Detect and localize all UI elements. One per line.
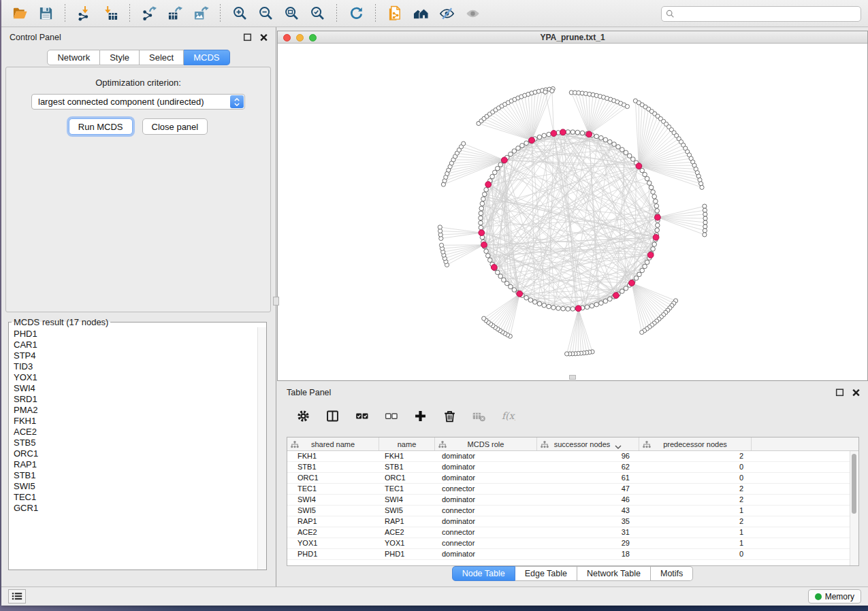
select-all-checks-button[interactable] — [353, 408, 370, 424]
zoom-fit-button[interactable] — [280, 3, 302, 24]
column-type-icon — [438, 440, 447, 448]
cell-successor_nodes: 62 — [537, 462, 639, 472]
toggle-columns-button[interactable] — [324, 408, 340, 424]
search-input[interactable] — [675, 7, 861, 21]
cell-successor_nodes: 31 — [537, 527, 639, 538]
tab-select[interactable]: Select — [140, 50, 184, 65]
mcds-result-node[interactable]: TEC1 — [14, 492, 266, 503]
open-folder-button[interactable] — [9, 3, 31, 24]
column-header-MCDS-role[interactable]: MCDS role — [435, 437, 537, 450]
table-row[interactable]: TEC1TEC1connector472 — [287, 484, 858, 495]
table-body: FKH1FKH1dominator962STB1STB1dominator620… — [287, 451, 858, 560]
memory-button[interactable]: Memory — [808, 589, 861, 604]
refresh-button[interactable] — [345, 3, 367, 24]
panel-splitter-grip[interactable] — [273, 297, 279, 306]
mcds-result-node[interactable]: PMA2 — [14, 405, 266, 416]
neighborhood-houses-button[interactable] — [410, 3, 432, 24]
save-button[interactable] — [35, 3, 57, 24]
tab-motifs[interactable]: Motifs — [651, 566, 693, 581]
table-toolbar: f(x) — [284, 401, 516, 430]
table-row[interactable]: RAP1RAP1dominator352 — [287, 516, 858, 527]
network-canvas[interactable] — [278, 44, 867, 380]
mcds-result-node[interactable]: ORC1 — [14, 448, 266, 459]
mcds-result-node[interactable]: CAR1 — [14, 340, 266, 350]
add-entry-button[interactable] — [412, 408, 428, 424]
float-panel-icon[interactable] — [242, 32, 253, 42]
mcds-result-node[interactable]: SWI4 — [14, 383, 266, 394]
close-panel-button[interactable]: Close panel — [142, 118, 208, 135]
mcds-result-node[interactable]: GCR1 — [14, 503, 266, 514]
result-list-scrollbar[interactable] — [257, 327, 266, 569]
memory-button-label: Memory — [825, 592, 854, 601]
zoom-in-icon — [232, 5, 248, 21]
cell-predecessor_nodes: 0 — [639, 549, 752, 559]
mcds-result-node[interactable]: PHD1 — [14, 329, 266, 340]
main-toolbar — [1, 0, 868, 27]
network-table-splitter-grip[interactable] — [569, 375, 576, 380]
toolbar-separator — [129, 4, 130, 23]
network-from-document-button[interactable] — [384, 3, 406, 24]
export-network-button[interactable] — [138, 3, 160, 24]
tab-node-table[interactable]: Node Table — [452, 566, 515, 581]
control-panel: Control Panel NetworkStyleSelectMCDS Opt… — [1, 27, 276, 587]
run-mcds-button[interactable]: Run MCDS — [69, 118, 133, 135]
optimization-criterion-select[interactable]: largest connected component (undirected) — [31, 94, 245, 110]
tab-mcds[interactable]: MCDS — [184, 50, 229, 65]
tab-edge-table[interactable]: Edge Table — [515, 566, 577, 581]
close-panel-icon[interactable] — [259, 32, 269, 42]
settings-gear-button[interactable] — [295, 408, 311, 424]
zoom-in-button[interactable] — [229, 3, 251, 24]
mcds-result-node[interactable]: RAP1 — [14, 459, 266, 470]
cell-successor_nodes: 61 — [537, 473, 639, 483]
tab-network-table[interactable]: Network Table — [577, 566, 651, 581]
task-history-button[interactable] — [8, 589, 26, 604]
mcds-result-node[interactable]: SRD1 — [14, 394, 266, 405]
table-row[interactable]: ACE2ACE2connector311 — [287, 527, 858, 538]
zoom-out-button[interactable] — [255, 3, 276, 24]
cell-name: SWI5 — [379, 506, 435, 516]
table-row[interactable]: ORC1ORC1dominator610 — [287, 473, 858, 484]
import-table-button[interactable] — [99, 3, 121, 24]
float-table-panel-icon[interactable] — [835, 387, 845, 397]
delete-entry-button[interactable] — [441, 408, 457, 424]
export-table-button[interactable] — [164, 3, 186, 24]
table-scrollbar[interactable] — [850, 451, 858, 565]
mcds-result-node[interactable]: STB5 — [14, 437, 266, 448]
cell-mcds_role: dominator — [435, 473, 537, 483]
table-scrollbar-thumb[interactable] — [852, 454, 856, 514]
table-row[interactable]: FKH1FKH1dominator962 — [287, 451, 858, 462]
cell-mcds_role: connector — [435, 484, 537, 494]
mcds-result-node[interactable]: TID3 — [14, 361, 266, 372]
table-row[interactable]: SWI5SWI5connector431 — [287, 506, 858, 516]
table-row[interactable]: SWI4SWI4dominator462 — [287, 495, 858, 506]
close-table-panel-icon[interactable] — [851, 387, 861, 397]
hide-selected-eye-button[interactable] — [436, 3, 457, 24]
tab-style[interactable]: Style — [100, 50, 140, 65]
tab-network[interactable]: Network — [47, 50, 100, 65]
cell-mcds_role: connector — [435, 538, 537, 548]
deselect-all-checks-button[interactable] — [383, 408, 399, 424]
column-label: name — [398, 440, 417, 448]
column-header-successor-nodes[interactable]: successor nodes — [537, 437, 639, 450]
table-row[interactable]: PHD1PHD1dominator180 — [287, 549, 858, 560]
mcds-result-node[interactable]: SWI5 — [14, 481, 266, 492]
cell-name: YOX1 — [379, 538, 435, 548]
export-image-button[interactable] — [190, 3, 212, 24]
network-graph[interactable] — [278, 44, 867, 380]
zoom-fit-icon — [284, 5, 300, 21]
mcds-result-node[interactable]: FKH1 — [14, 416, 266, 427]
column-header-predecessor-nodes[interactable]: predecessor nodes — [639, 437, 752, 450]
mcds-result-node[interactable]: STP4 — [14, 350, 266, 361]
column-header-name[interactable]: name — [379, 437, 435, 450]
column-header-shared-name[interactable]: shared name — [287, 437, 379, 450]
control-panel-tabs: NetworkStyleSelectMCDS — [1, 50, 276, 65]
cell-mcds_role: connector — [435, 527, 537, 538]
mcds-result-node[interactable]: ACE2 — [14, 427, 266, 437]
table-row[interactable]: YOX1YOX1connector291 — [287, 538, 858, 549]
mcds-result-node[interactable]: YOX1 — [14, 372, 266, 383]
export-network-icon — [142, 5, 157, 21]
import-network-button[interactable] — [74, 3, 95, 24]
mcds-result-node[interactable]: STB1 — [14, 470, 266, 481]
zoom-selected-button[interactable] — [306, 3, 328, 24]
table-row[interactable]: STB1STB1dominator620 — [287, 462, 858, 473]
